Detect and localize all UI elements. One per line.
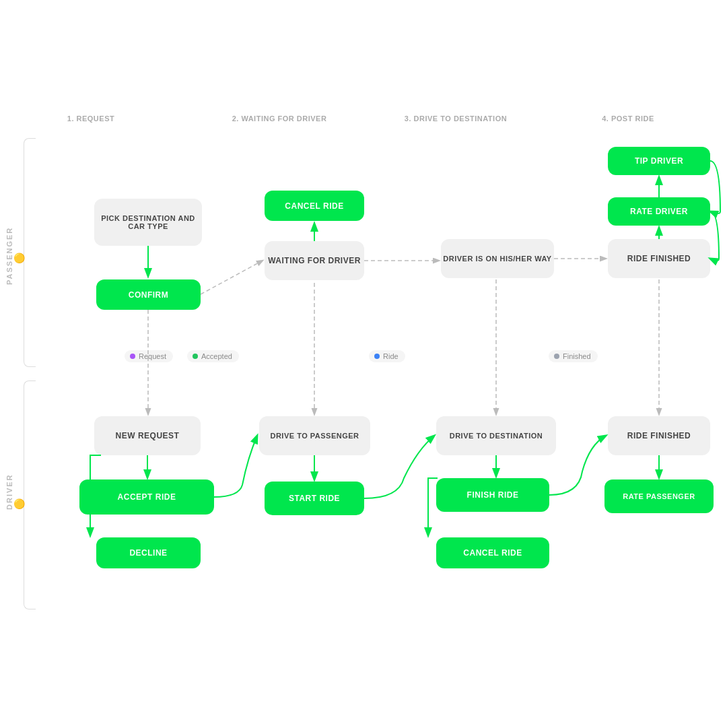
driver-on-way-node: DRIVER IS ON HIS/HER WAY — [441, 239, 554, 278]
finish-ride-node: FINISH RIDE — [436, 478, 549, 512]
ride-finished-driver-node: RIDE FINISHED — [608, 416, 710, 455]
cancel-ride-driver-node: CANCEL RIDE — [436, 537, 549, 568]
arrows-svg — [0, 0, 727, 728]
accepted-dot — [193, 354, 198, 359]
ride-badge: Ride — [369, 350, 405, 362]
rate-driver-node: RATE DRIVER — [608, 197, 710, 226]
ride-finished-passenger-node: RIDE FINISHED — [608, 239, 710, 278]
finished-badge: Finished — [549, 350, 598, 362]
driver-label: DRIVER — [5, 438, 13, 545]
col-header-3: 3. DRIVE TO DESTINATION — [388, 114, 523, 123]
finished-dot — [554, 354, 559, 359]
drive-to-dest-node: DRIVE TO DESTINATION — [436, 416, 556, 455]
request-dot — [130, 354, 135, 359]
passenger-bracket — [24, 138, 36, 367]
col-header-2: 2. WAITING FOR DRIVER — [209, 114, 350, 123]
diagram-container: 1. REQUEST 2. WAITING FOR DRIVER 3. DRIV… — [0, 0, 727, 728]
waiting-for-driver-node: WAITING FOR DRIVER — [265, 241, 364, 280]
driver-bracket — [24, 380, 36, 609]
col-header-4: 4. POST RIDE — [567, 114, 689, 123]
cancel-ride-passenger-node: CANCEL RIDE — [265, 191, 364, 221]
drive-to-passenger-node: DRIVE TO PASSENGER — [259, 416, 370, 455]
pick-destination-node: PICK DESTINATION AND CAR TYPE — [94, 199, 202, 246]
decline-node: DECLINE — [96, 537, 201, 568]
ride-dot — [374, 354, 380, 359]
rate-passenger-node: RATE PASSENGER — [604, 479, 714, 513]
accepted-badge: Accepted — [187, 350, 239, 362]
start-ride-node: START RIDE — [265, 482, 364, 515]
passenger-label: PASSENGER — [5, 189, 13, 323]
request-badge: Request — [125, 350, 173, 362]
accept-ride-node: ACCEPT RIDE — [79, 479, 214, 515]
driver-icon: 🟡 — [13, 498, 25, 509]
passenger-icon: 🟡 — [13, 253, 25, 263]
svg-line-1 — [201, 261, 263, 294]
new-request-node: NEW REQUEST — [94, 416, 201, 455]
tip-driver-node: TIP DRIVER — [608, 147, 710, 175]
col-header-1: 1. REQUEST — [30, 114, 151, 123]
confirm-node: CONFIRM — [96, 279, 201, 310]
